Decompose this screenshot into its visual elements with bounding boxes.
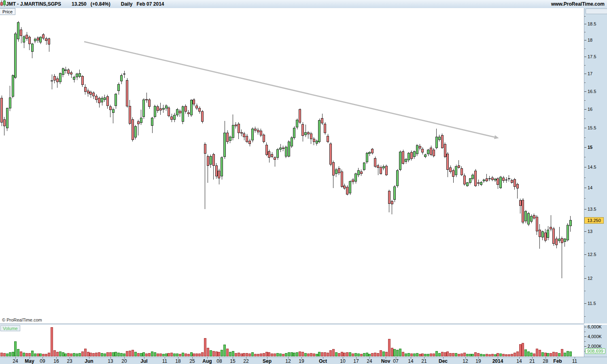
date-axis-label: May [25,358,34,364]
instrument-title: JMT - J.MARTINS,SGPS [6,1,61,7]
date-axis-label: 21 [421,358,427,364]
price-axis-label: 18.5 [588,21,596,26]
date-axis-label: Jul [140,358,147,364]
prorealtime-link[interactable]: www.ProRealTime.com [551,1,605,7]
price-axis-label: 12.5 [588,252,596,257]
date-axis-label: 19 [299,358,304,364]
date-axis[interactable]: 24May091623Jun1320Jul111825Aug081522Sep1… [0,357,607,364]
date-axis-label: 24 [367,358,372,364]
price-minor-tick [584,316,586,317]
date-axis-label: 20 [121,358,127,364]
volume-axis-label: 4,000K [588,334,602,339]
price-axis-label: 15 [588,145,592,150]
volume-bars-layer[interactable] [1,327,572,356]
price-minor-tick [584,291,586,291]
copyright-label: © ProRealTime.com [2,317,42,322]
date-axis-label: 13 [108,358,113,364]
date-axis-label: 12 [285,358,291,364]
date-axis-label: Feb [553,358,562,364]
date-axis-label: Nov [381,358,391,364]
price-tick [584,109,586,110]
price-minor-tick [584,49,586,49]
volume-chart-pane[interactable]: Volume [0,325,584,357]
price-tick [584,231,586,232]
title-bar: JMT - J.MARTINS,SGPS 13.250 (+0.84%) Dai… [0,0,607,8]
volume-tick [584,346,586,347]
date-axis-label: 24 [13,358,18,364]
date-axis-label: 22 [243,358,248,364]
price-axis[interactable]: 18.51817.51716.51615.51514.51413.51312.5… [584,8,607,324]
last-price-axis-label: 13.250 [584,217,604,224]
price-tick [584,303,586,304]
volume-chart[interactable] [0,325,584,357]
date-axis-label: 14 [408,358,413,364]
price-tick [584,91,586,92]
price-minor-tick [584,198,586,199]
date-axis-label: Oct [319,358,327,364]
date-axis-label: 16 [53,358,59,364]
price-minor-tick [584,243,586,243]
price-minor-tick [584,119,586,119]
tab-volume[interactable]: Volume [0,325,20,331]
price-minor-tick [584,32,586,32]
price-axis-label: 17 [588,71,592,76]
price-tick [584,128,586,128]
price-tick [584,209,586,210]
trendline-arrowhead [494,135,499,140]
volume-axis-label: 6,000K [588,324,602,329]
price-axis-label: 14 [588,185,592,190]
last-volume-axis-label: 908,699 [585,348,605,354]
price-tick [584,74,586,74]
date-axis-label: 11 [162,358,167,364]
volume-minor-tick [584,341,586,342]
price-chart-pane[interactable]: © ProRealTime.com [0,8,584,324]
date-axis-label: 2014 [492,358,503,364]
price-axis-label: 13 [588,229,592,234]
date-axis-label: Dec [439,358,448,364]
date-axis-label: 07 [393,358,398,364]
date-axis-label: 21 [529,358,535,364]
price-tick [584,147,586,148]
price-tick [584,57,586,57]
date-axis-label: 23 [67,358,72,364]
price-axis-label: 11.5 [588,301,596,306]
tab-price[interactable]: Price [0,8,15,15]
date-axis-label: 08 [216,358,222,364]
date-axis-label: 17 [353,358,359,364]
price-axis-header-box[interactable] [586,8,607,14]
candles-layer[interactable] [1,21,572,278]
price-minor-tick [584,138,586,138]
price-tick [584,40,586,40]
date-axis-label: 14 [516,358,522,364]
date-axis-label: 19 [475,358,481,364]
date-axis-label: Aug [202,358,212,364]
price-change: (+0.84%) [91,1,110,7]
price-axis-label: 16 [588,107,592,112]
date-axis-label: 11 [572,358,577,364]
price-minor-tick [584,65,586,66]
timeframe-label: Daily [121,1,133,7]
price-tick [584,188,586,188]
volume-minor-tick [584,332,586,332]
date-axis-label: 18 [175,358,180,364]
price-axis-label: 13.5 [588,207,596,212]
price-axis-label: 17.5 [588,54,596,59]
date-axis-label: 25 [189,358,195,364]
price-minor-tick [584,157,586,157]
date-axis-label: Sep [263,358,272,364]
date-axis-label: 10 [340,358,345,364]
volume-tick [584,336,586,337]
price-axis-label: 14.5 [588,165,596,169]
date-axis-label: 12 [463,358,468,364]
price-minor-tick [584,178,586,178]
price-tick [584,254,586,255]
trendline-arrow[interactable] [84,42,495,137]
volume-axis[interactable]: 6,000K4,000K2,000K908,699 [584,325,607,357]
price-minor-tick [584,100,586,101]
price-axis-label: 12 [588,276,592,281]
price-minor-tick [584,83,586,83]
volume-tick [584,327,586,327]
last-price: 13.250 [72,1,87,7]
price-axis-label: 18 [588,38,592,42]
price-chart[interactable] [0,8,584,324]
